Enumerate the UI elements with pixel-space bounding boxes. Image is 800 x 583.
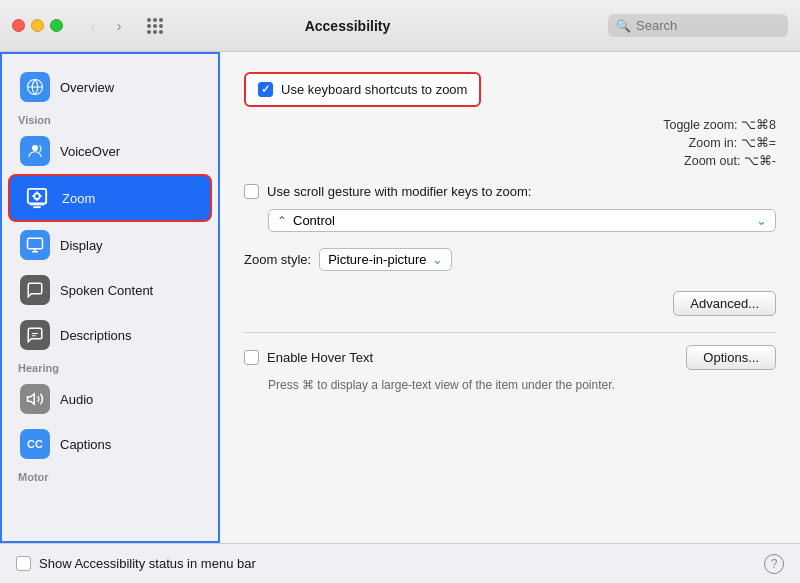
svg-rect-4 bbox=[28, 238, 43, 249]
sidebar-item-zoom[interactable]: Zoom bbox=[8, 174, 212, 222]
scroll-gesture-row: Use scroll gesture with modifier keys to… bbox=[244, 184, 776, 199]
menu-bar-label: Show Accessibility status in menu bar bbox=[39, 556, 256, 571]
sidebar-item-captions[interactable]: CC Captions bbox=[8, 422, 212, 466]
svg-point-1 bbox=[32, 145, 38, 151]
scroll-gesture-label: Use scroll gesture with modifier keys to… bbox=[267, 184, 531, 199]
hover-text-label: Enable Hover Text bbox=[267, 350, 373, 365]
sidebar-item-display[interactable]: Display bbox=[8, 223, 212, 267]
zoom-style-dropdown[interactable]: Picture-in-picture ⌄ bbox=[319, 248, 452, 271]
scroll-gesture-checkbox[interactable] bbox=[244, 184, 259, 199]
sidebar-label-overview: Overview bbox=[60, 80, 114, 95]
sidebar-label-display: Display bbox=[60, 238, 103, 253]
keyboard-shortcuts-checkbox[interactable] bbox=[258, 82, 273, 97]
sidebar-item-audio[interactable]: Audio bbox=[8, 377, 212, 421]
divider bbox=[244, 332, 776, 333]
sidebar-section-vision: Vision bbox=[2, 110, 218, 128]
keyboard-shortcuts-row[interactable]: Use keyboard shortcuts to zoom bbox=[244, 72, 481, 107]
sidebar-label-voiceover: VoiceOver bbox=[60, 144, 120, 159]
hover-text-checkbox[interactable] bbox=[244, 350, 259, 365]
zoom-style-value: Picture-in-picture bbox=[328, 252, 426, 267]
hover-text-description: Press ⌘ to display a large-text view of … bbox=[268, 378, 776, 392]
dropdown-chevron-icon: ⌄ bbox=[756, 213, 767, 228]
advanced-button-row: Advanced... bbox=[244, 291, 776, 316]
zoom-style-row: Zoom style: Picture-in-picture ⌄ bbox=[244, 248, 776, 271]
descriptions-icon bbox=[20, 320, 50, 350]
zoom-style-label: Zoom style: bbox=[244, 252, 311, 267]
svg-marker-5 bbox=[28, 394, 35, 405]
menu-bar-checkbox[interactable] bbox=[16, 556, 31, 571]
zoom-out-row: Zoom out: ⌥⌘- bbox=[268, 153, 776, 168]
toggle-zoom-row: Toggle zoom: ⌥⌘8 bbox=[268, 117, 776, 132]
sidebar-section-motor: Motor bbox=[2, 467, 218, 485]
sidebar-label-captions: Captions bbox=[60, 437, 111, 452]
svg-point-3 bbox=[34, 193, 40, 199]
sidebar-section-hearing: Hearing bbox=[2, 358, 218, 376]
sidebar-item-spoken[interactable]: Spoken Content bbox=[8, 268, 212, 312]
audio-icon bbox=[20, 384, 50, 414]
right-panel: Use keyboard shortcuts to zoom Toggle zo… bbox=[220, 52, 800, 543]
modifier-key-dropdown[interactable]: ⌃ Control ⌄ bbox=[268, 209, 776, 232]
sidebar-label-spoken: Spoken Content bbox=[60, 283, 153, 298]
modifier-key-value: Control bbox=[293, 213, 750, 228]
bottom-bar: Show Accessibility status in menu bar ? bbox=[0, 543, 800, 583]
keyboard-shortcuts-label: Use keyboard shortcuts to zoom bbox=[281, 82, 467, 97]
advanced-button[interactable]: Advanced... bbox=[673, 291, 776, 316]
search-bar[interactable]: 🔍 bbox=[608, 14, 788, 37]
zoom-style-chevron-icon: ⌄ bbox=[432, 252, 443, 267]
bottom-left: Show Accessibility status in menu bar bbox=[16, 556, 256, 571]
hover-text-row: Enable Hover Text Options... bbox=[244, 345, 776, 370]
help-button[interactable]: ? bbox=[764, 554, 784, 574]
hover-text-left: Enable Hover Text bbox=[244, 350, 373, 365]
sidebar-label-descriptions: Descriptions bbox=[60, 328, 132, 343]
search-input[interactable] bbox=[636, 18, 780, 33]
sidebar-label-audio: Audio bbox=[60, 392, 93, 407]
spoken-icon bbox=[20, 275, 50, 305]
zoom-in-row: Zoom in: ⌥⌘= bbox=[268, 135, 776, 150]
sidebar: Overview Vision VoiceOver Zoom Display bbox=[0, 52, 220, 543]
voiceover-icon bbox=[20, 136, 50, 166]
overview-icon bbox=[20, 72, 50, 102]
maximize-button[interactable] bbox=[50, 19, 63, 32]
traffic-lights bbox=[12, 19, 63, 32]
dropdown-arrow-up: ⌃ bbox=[277, 214, 287, 228]
captions-icon: CC bbox=[20, 429, 50, 459]
main-content: Overview Vision VoiceOver Zoom Display bbox=[0, 52, 800, 543]
sidebar-item-voiceover[interactable]: VoiceOver bbox=[8, 129, 212, 173]
sidebar-item-descriptions[interactable]: Descriptions bbox=[8, 313, 212, 357]
titlebar: ‹ › Accessibility 🔍 bbox=[0, 0, 800, 52]
minimize-button[interactable] bbox=[31, 19, 44, 32]
sidebar-item-overview[interactable]: Overview bbox=[8, 65, 212, 109]
display-icon bbox=[20, 230, 50, 260]
close-button[interactable] bbox=[12, 19, 25, 32]
zoom-icon bbox=[22, 183, 52, 213]
hover-text-options-button[interactable]: Options... bbox=[686, 345, 776, 370]
sidebar-label-zoom: Zoom bbox=[62, 191, 95, 206]
search-icon: 🔍 bbox=[616, 19, 631, 33]
svg-rect-2 bbox=[28, 189, 46, 204]
window-title: Accessibility bbox=[95, 18, 600, 34]
shortcut-info: Toggle zoom: ⌥⌘8 Zoom in: ⌥⌘= Zoom out: … bbox=[268, 117, 776, 168]
